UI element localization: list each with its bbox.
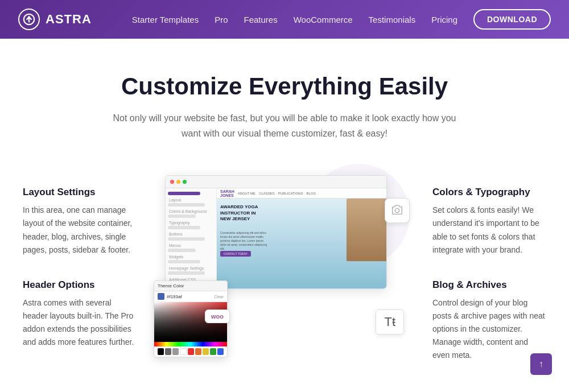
sidebar-group-label6: Widgets (168, 255, 214, 259)
feature-blog-archives: Blog & Archives Control design of your b… (432, 279, 546, 362)
color-hex-input[interactable]: #f193af Clear (154, 291, 227, 302)
swatch-orange[interactable] (195, 348, 201, 355)
logo-icon (18, 9, 40, 30)
camera-icon (391, 204, 403, 217)
clear-label[interactable]: Clear (214, 295, 224, 299)
layout-settings-desc: In this area, one can manage layout of t… (23, 204, 137, 256)
browser-sidebar: Layout Colors & Background Typography Bu… (166, 188, 217, 288)
preview-headline: AWARDED YOGA INSTRUCTOR IN NEW JERSEY (220, 204, 266, 222)
browser-dot-green (183, 180, 187, 184)
swatch-lightgray[interactable] (172, 348, 179, 355)
swatch-green[interactable] (210, 348, 216, 355)
header-options-desc: Astra comes with several header layouts … (23, 296, 137, 349)
feature-colors-typography: Colors & Typography Set colors & fonts e… (432, 187, 546, 256)
hero-section: Customize Everything Easily Not only wil… (0, 39, 569, 158)
svg-point-1 (395, 209, 399, 213)
nav-starter-templates[interactable]: Starter Templates (132, 15, 199, 24)
color-swatch (158, 293, 164, 300)
layout-settings-title: Layout Settings (23, 187, 137, 198)
preview-body-text: Consectetur adipiscing elit sed tellus l… (220, 231, 269, 251)
browser-dot-yellow (176, 180, 180, 184)
color-picker-header: Theme Color (154, 281, 227, 291)
colors-typography-title: Colors & Typography (432, 187, 546, 198)
sidebar-bar-5 (168, 237, 205, 241)
preview-cta-button[interactable]: CONTACT TODAY (220, 251, 251, 257)
sidebar-group-label5: Menus (168, 244, 214, 247)
nav-links: Starter Templates Pro Features WooCommer… (132, 9, 551, 30)
sidebar-bar-4 (168, 226, 200, 229)
color-hex-value: #f193af (167, 294, 182, 299)
header-options-title: Header Options (23, 279, 137, 291)
navbar: ASTRA Starter Templates Pro Features Woo… (0, 0, 569, 39)
sidebar-bar-2 (168, 203, 205, 207)
color-hue-slider[interactable] (154, 342, 227, 346)
woo-icon: woo (211, 313, 224, 320)
scroll-up-icon: ↑ (539, 359, 543, 369)
sidebar-group-label4: Buttons (168, 232, 214, 236)
logo[interactable]: ASTRA (18, 9, 92, 30)
preview-nav-publications: PUBLICATIONS (278, 192, 303, 195)
browser-content: Layout Colors & Background Typography Bu… (166, 188, 386, 288)
browser-main-preview: SARAHJONES ABOUT ME CLASSES PUBLICATIONS… (217, 188, 386, 288)
nav-pro[interactable]: Pro (215, 15, 228, 24)
nav-pricing[interactable]: Pricing (431, 15, 457, 24)
sidebar-bar-1 (168, 192, 200, 195)
typography-icon: Tŧ (384, 315, 395, 329)
features-left: Layout Settings In this area, one can ma… (11, 175, 142, 372)
preview-header: SARAHJONES ABOUT ME CLASSES PUBLICATIONS… (217, 188, 386, 199)
scroll-to-top-button[interactable]: ↑ (530, 353, 552, 375)
sidebar-group-label3: Typography (168, 221, 214, 225)
color-picker-label: Theme Color (158, 283, 184, 288)
browser-dot-red (170, 180, 174, 184)
color-swatches (154, 346, 227, 357)
browser-frame: Layout Colors & Background Typography Bu… (165, 175, 387, 289)
preview-logo: SARAHJONES (220, 189, 234, 197)
hero-description: Not only will your website be fast, but … (108, 110, 461, 141)
sidebar-bar-6 (168, 249, 196, 252)
sidebar-bar-7 (168, 260, 200, 263)
preview-hero-image (347, 199, 386, 261)
hero-title: Customize Everything Easily (68, 73, 501, 100)
center-mockup: Layout Colors & Background Typography Bu… (142, 175, 427, 357)
swatch-white[interactable] (180, 348, 186, 355)
typography-badge: Tŧ (376, 310, 404, 335)
download-button[interactable]: DOWNLOAD (473, 9, 551, 30)
sidebar-group-label2: Colors & Background (168, 209, 214, 213)
swatch-blue[interactable] (217, 348, 224, 355)
feature-header-options: Header Options Astra comes with several … (23, 279, 137, 349)
swatch-yellow[interactable] (203, 348, 209, 355)
preview-hero-text: AWARDED YOGA INSTRUCTOR IN NEW JERSEY (220, 204, 266, 222)
blog-archives-desc: Control design of your blog posts & arch… (432, 296, 546, 362)
logo-text: ASTRA (46, 12, 92, 27)
sidebar-group-label: Layout (168, 198, 214, 202)
mockup-wrapper: Layout Colors & Background Typography Bu… (154, 175, 415, 357)
sidebar-bar-8 (168, 271, 205, 275)
colors-typography-desc: Set colors & fonts easily! We understand… (432, 204, 546, 256)
preview-nav-blog: BLOG (306, 192, 316, 195)
feature-layout-settings: Layout Settings In this area, one can ma… (23, 187, 137, 256)
nav-features[interactable]: Features (244, 15, 277, 24)
browser-bar (166, 176, 386, 188)
nav-testimonials[interactable]: Testimonials (369, 15, 416, 24)
preview-nav-classes: CLASSES (259, 192, 275, 195)
swatch-red[interactable] (188, 348, 194, 355)
swatch-black[interactable] (158, 348, 164, 355)
nav-woocommerce[interactable]: WooCommerce (294, 15, 353, 24)
sidebar-group-label7: Homepage Settings (168, 266, 214, 270)
preview-nav-about: ABOUT ME (238, 192, 255, 195)
woo-badge: woo (205, 310, 230, 323)
features-section: Layout Settings In this area, one can ma… (0, 158, 569, 392)
swatch-gray[interactable] (165, 348, 171, 355)
sidebar-bar-3 (168, 214, 196, 218)
camera-badge (385, 198, 410, 223)
blog-archives-title: Blog & Archives (432, 279, 546, 291)
